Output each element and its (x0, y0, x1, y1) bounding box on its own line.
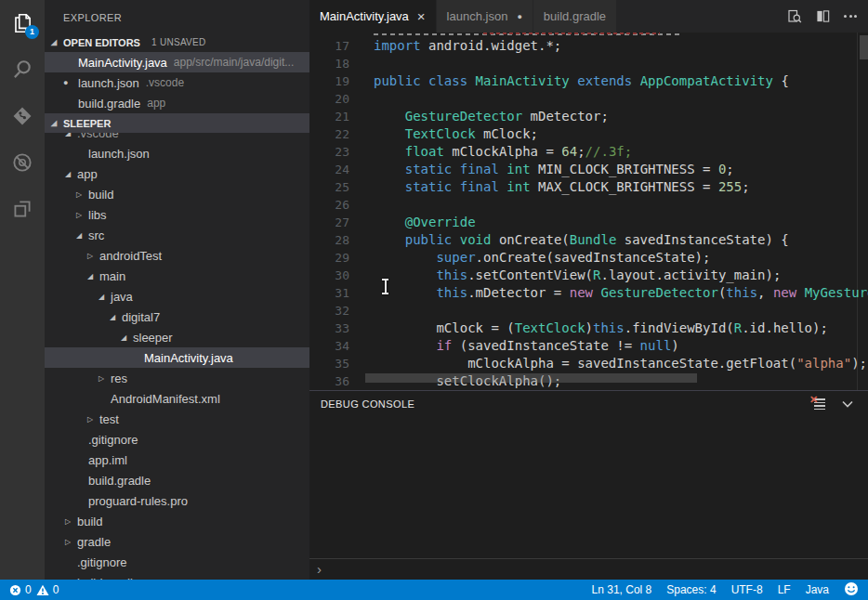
file-tree: ◢.vscodelaunch.json◢app▷build▷libs◢src▷a… (45, 123, 309, 580)
code-line[interactable]: 21 GestureDetector mDetector; (309, 108, 868, 125)
tree-item-gradle[interactable]: ▷gradle (45, 531, 309, 552)
more-actions-button[interactable] (844, 15, 857, 18)
tree-item-res[interactable]: ▷res (45, 368, 309, 388)
line-number: 23 (309, 143, 349, 161)
error-count[interactable]: 0 (9, 583, 32, 596)
tab-debug-console[interactable]: DEBUG CONSOLE (321, 398, 414, 410)
line-number: 35 (309, 355, 349, 372)
status-utf-8[interactable]: UTF-8 (731, 583, 763, 596)
tree-item-label: proguard-rules.pro (88, 494, 188, 508)
file-description: app/src/main/java/digit... (174, 56, 294, 69)
tree-item-build-gradle[interactable]: build.gradle (45, 572, 309, 580)
tree-item-test[interactable]: ▷test (45, 409, 309, 429)
code-line[interactable]: 28 public void onCreate(Bundle savedInst… (309, 231, 868, 249)
code-line[interactable]: 17import android.widget.*; (309, 37, 868, 55)
code-line[interactable]: 32 (309, 302, 868, 320)
tab-launch-json[interactable]: launch.json● (437, 0, 533, 33)
code-line[interactable]: 20 (309, 90, 868, 108)
chevron-expanded-icon: ◢ (76, 231, 88, 240)
code-line[interactable]: 23 float mClockAlpha = 64;//.3f; (309, 143, 868, 161)
status-spaces-4[interactable]: Spaces: 4 (666, 583, 716, 596)
code-line[interactable]: 29 super.onCreate(savedInstanceState); (309, 249, 868, 267)
folder-section-header[interactable]: ◢ SLEEPER (45, 113, 309, 133)
tree-item-androidtest[interactable]: ▷androidTest (45, 245, 309, 266)
tree-item-app[interactable]: ◢app (45, 163, 309, 184)
tree-item-digital7[interactable]: ◢digital7 (45, 307, 309, 327)
file-label: launch.json (78, 76, 139, 90)
tree-item-label: res (111, 372, 127, 385)
tree-item-androidmanifest-xml[interactable]: AndroidManifest.xml (45, 388, 309, 409)
activity-source-control-button[interactable] (0, 93, 45, 139)
tree-item-sleeper[interactable]: ◢sleeper (45, 327, 309, 347)
activity-bar: 1 (0, 0, 45, 580)
search-icon (10, 58, 34, 82)
code-line[interactable]: 18 (309, 55, 868, 72)
horizontal-scrollbar[interactable] (365, 373, 697, 383)
close-icon[interactable]: × (417, 11, 426, 22)
tree-item-java[interactable]: ◢java (45, 286, 309, 307)
code-text: GestureDetector mDetector; (374, 108, 609, 125)
problems-status[interactable]: 0 0 (0, 583, 59, 596)
tab-mainactivity-java[interactable]: MainActivity.java× (309, 0, 437, 33)
line-number: 28 (309, 231, 349, 249)
debug-console-input[interactable]: › (309, 558, 868, 578)
code-line[interactable]: 34 if (savedInstanceState != null) (309, 337, 868, 355)
activity-debug-button[interactable] (0, 139, 45, 186)
debug-no-bug-icon (10, 150, 34, 175)
code-line[interactable]: 35 mClockAlpha = savedInstanceState.getF… (309, 355, 868, 372)
code-line[interactable]: 19public class MainActivity extends AppC… (309, 72, 868, 90)
activity-explorer-button[interactable]: 1 (0, 0, 45, 46)
status-java[interactable]: Java (806, 583, 829, 596)
chevron-down-icon[interactable] (840, 397, 855, 411)
feedback-smiley-button[interactable] (844, 581, 859, 599)
open-editor-item-build-gradle[interactable]: build.gradleapp (45, 93, 309, 113)
code-line[interactable]: 31 this.mDetector = new GestureDetector(… (309, 284, 868, 302)
tree-item-main[interactable]: ◢main (45, 266, 309, 286)
open-editor-item-mainactivity-java[interactable]: MainActivity.javaapp/src/main/java/digit… (45, 52, 309, 72)
chevron-collapsed-icon: ▷ (76, 190, 88, 199)
tab-build-gradle[interactable]: build.gradle (533, 0, 617, 33)
activity-search-button[interactable] (0, 46, 45, 93)
tree-item-gitignore[interactable]: .gitignore (45, 552, 309, 572)
code-text: import android.widget.*; (374, 37, 561, 55)
extensions-icon (10, 197, 34, 221)
tree-item-build[interactable]: ▷build (45, 511, 309, 531)
warning-count[interactable]: 0 (36, 583, 59, 596)
activity-extensions-button[interactable] (0, 186, 45, 232)
debug-console-output[interactable] (309, 417, 868, 554)
code-line[interactable]: 22 TextClock mClock; (309, 125, 868, 143)
open-editor-item-launch-json[interactable]: ●launch.json.vscode (45, 72, 309, 93)
tree-item-gitignore[interactable]: .gitignore (45, 429, 309, 450)
code-line[interactable]: 30 this.setContentView(R.layout.activity… (309, 267, 868, 284)
open-editors-header[interactable]: ◢ OPEN EDITORS 1 UNSAVED (45, 33, 309, 52)
tree-item-launch-json[interactable]: launch.json (45, 143, 309, 163)
tree-item-build[interactable]: ▷build (45, 184, 309, 204)
open-preview-button[interactable] (787, 9, 802, 24)
open-files-badge: 1 (25, 25, 39, 39)
clear-console-icon: ✕ (809, 394, 819, 406)
tree-item-label: launch.json (88, 147, 150, 161)
tab-label: launch.json (447, 9, 508, 23)
tree-item-libs[interactable]: ▷libs (45, 204, 309, 225)
code-line[interactable]: 25 static final int MAX_CLOCK_BRIGHTNESS… (309, 178, 868, 196)
smiley-icon (844, 581, 859, 596)
tree-item-src[interactable]: ◢src (45, 225, 309, 245)
status-lf[interactable]: LF (778, 583, 791, 596)
code-line[interactable]: 33 mClock = (TextClock)this.findViewById… (309, 320, 868, 337)
tree-item-build-gradle[interactable]: build.gradle (45, 470, 309, 490)
chevron-collapsed-icon: ▷ (87, 415, 99, 424)
code-text: TextClock mClock; (374, 125, 538, 143)
code-text: @Override (374, 214, 476, 231)
status-ln-31-col-8[interactable]: Ln 31, Col 8 (592, 583, 652, 596)
code-line[interactable]: 24 static final int MIN_CLOCK_BRIGHTNESS… (309, 161, 868, 178)
vertical-scrollbar[interactable] (860, 35, 868, 59)
code-line[interactable]: 26 (309, 196, 868, 214)
tree-item-mainactivity-java[interactable]: MainActivity.java (45, 347, 309, 368)
tree-item-app-iml[interactable]: app.iml (45, 450, 309, 470)
code-line[interactable]: 27 @Override (309, 214, 868, 231)
code-editor[interactable]: 17import android.widget.*;1819public cla… (309, 33, 868, 390)
tree-item-proguard-rules-pro[interactable]: proguard-rules.pro (45, 490, 309, 511)
clear-console-button[interactable]: ✕ (812, 398, 825, 410)
split-editor-button[interactable] (816, 9, 830, 23)
chevron-collapsed-icon: ▷ (87, 252, 99, 260)
